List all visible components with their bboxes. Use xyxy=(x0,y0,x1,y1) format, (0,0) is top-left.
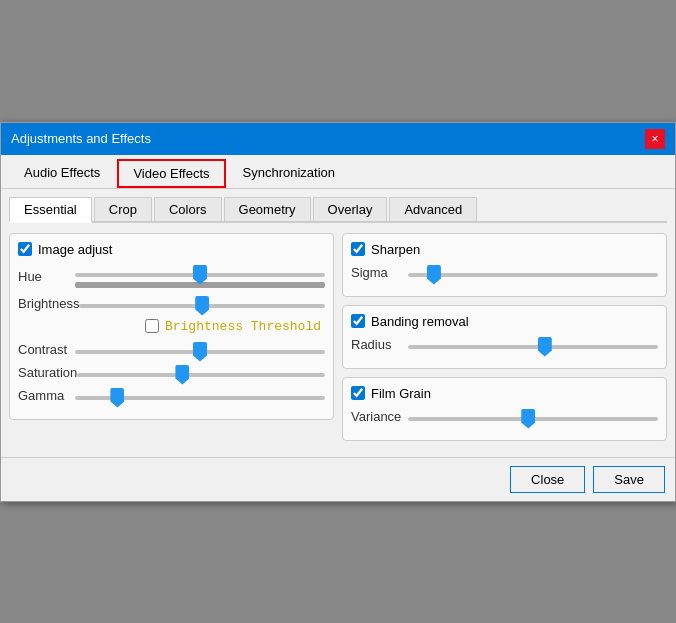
subtab-geometry[interactable]: Geometry xyxy=(224,197,311,221)
brightness-threshold-row: Brightness Threshold xyxy=(18,319,325,334)
variance-label: Variance xyxy=(351,409,408,424)
radius-row: Radius xyxy=(351,337,658,352)
saturation-row: Saturation xyxy=(18,365,325,380)
hue-label: Hue xyxy=(18,269,75,284)
film-grain-checkbox[interactable] xyxy=(351,386,365,400)
main-tab-bar: Audio Effects Video Effects Synchronizat… xyxy=(1,155,675,189)
brightness-threshold-label: Brightness Threshold xyxy=(165,319,321,334)
right-panel: Sharpen Sigma Banding removal xyxy=(342,233,667,449)
variance-slider-container xyxy=(408,409,658,424)
saturation-slider[interactable] xyxy=(77,373,325,377)
radius-label: Radius xyxy=(351,337,408,352)
content-area: Essential Crop Colors Geometry Overlay A… xyxy=(1,189,675,457)
subtab-overlay[interactable]: Overlay xyxy=(313,197,388,221)
subtab-essential[interactable]: Essential xyxy=(9,197,92,223)
gamma-label: Gamma xyxy=(18,388,75,403)
hue-slider[interactable] xyxy=(75,273,325,277)
sigma-row: Sigma xyxy=(351,265,658,280)
main-window: Adjustments and Effects × Audio Effects … xyxy=(0,122,676,502)
hue-row: Hue xyxy=(18,265,325,288)
gamma-slider-container xyxy=(75,388,325,403)
saturation-slider-container xyxy=(77,365,325,380)
sharpen-section: Sharpen Sigma xyxy=(342,233,667,297)
panels-row: Image adjust Hue Brightness xyxy=(9,233,667,449)
brightness-slider-container xyxy=(79,296,325,311)
subtab-advanced[interactable]: Advanced xyxy=(389,197,477,221)
sharpen-label: Sharpen xyxy=(371,242,420,257)
window-title: Adjustments and Effects xyxy=(11,131,151,146)
footer: Close Save xyxy=(1,457,675,501)
film-grain-section: Film Grain Variance xyxy=(342,377,667,441)
contrast-row: Contrast xyxy=(18,342,325,357)
sharpen-header: Sharpen xyxy=(351,242,658,257)
saturation-label: Saturation xyxy=(18,365,77,380)
variance-slider[interactable] xyxy=(408,417,658,421)
left-panel: Image adjust Hue Brightness xyxy=(9,233,334,449)
variance-row: Variance xyxy=(351,409,658,424)
sharpen-checkbox[interactable] xyxy=(351,242,365,256)
sub-tab-bar: Essential Crop Colors Geometry Overlay A… xyxy=(9,197,667,223)
banding-removal-header: Banding removal xyxy=(351,314,658,329)
image-adjust-header: Image adjust xyxy=(18,242,325,257)
close-button[interactable]: Close xyxy=(510,466,585,493)
contrast-slider[interactable] xyxy=(75,350,325,354)
tab-synchronization[interactable]: Synchronization xyxy=(228,159,351,188)
sigma-slider[interactable] xyxy=(408,273,658,277)
save-button[interactable]: Save xyxy=(593,466,665,493)
subtab-colors[interactable]: Colors xyxy=(154,197,222,221)
gamma-slider[interactable] xyxy=(75,396,325,400)
brightness-slider[interactable] xyxy=(79,304,325,308)
contrast-label: Contrast xyxy=(18,342,75,357)
image-adjust-section: Image adjust Hue Brightness xyxy=(9,233,334,420)
sigma-label: Sigma xyxy=(351,265,408,280)
image-adjust-checkbox[interactable] xyxy=(18,242,32,256)
subtab-crop[interactable]: Crop xyxy=(94,197,152,221)
window-close-button[interactable]: × xyxy=(645,129,665,149)
contrast-slider-container xyxy=(75,342,325,357)
brightness-row: Brightness xyxy=(18,296,325,311)
brightness-threshold-checkbox[interactable] xyxy=(145,319,159,333)
banding-removal-label: Banding removal xyxy=(371,314,469,329)
tab-video-effects[interactable]: Video Effects xyxy=(117,159,225,188)
banding-removal-checkbox[interactable] xyxy=(351,314,365,328)
brightness-label: Brightness xyxy=(18,296,79,311)
title-bar: Adjustments and Effects × xyxy=(1,123,675,155)
banding-removal-section: Banding removal Radius xyxy=(342,305,667,369)
tab-audio-effects[interactable]: Audio Effects xyxy=(9,159,115,188)
radius-slider-container xyxy=(408,337,658,352)
image-adjust-label: Image adjust xyxy=(38,242,112,257)
gamma-row: Gamma xyxy=(18,388,325,403)
radius-slider[interactable] xyxy=(408,345,658,349)
film-grain-label: Film Grain xyxy=(371,386,431,401)
hue-slider-container xyxy=(75,265,325,288)
film-grain-header: Film Grain xyxy=(351,386,658,401)
sigma-slider-container xyxy=(408,265,658,280)
